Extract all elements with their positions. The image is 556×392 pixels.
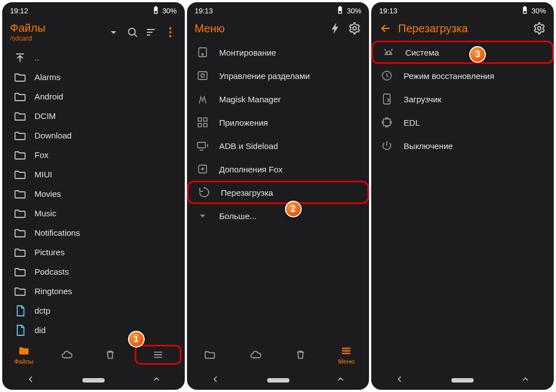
list-item[interactable]: .. bbox=[2, 48, 185, 67]
svg-point-0 bbox=[129, 28, 135, 35]
list-item[interactable]: Notifications bbox=[2, 223, 185, 242]
back-icon[interactable] bbox=[395, 374, 405, 386]
file-icon bbox=[13, 304, 27, 317]
reboot-item[interactable]: EDL bbox=[371, 111, 554, 134]
reboot-item[interactable]: Система bbox=[371, 41, 554, 64]
item-label: .. bbox=[35, 53, 39, 62]
list-item[interactable]: Android bbox=[2, 87, 185, 106]
battery-icon bbox=[151, 6, 160, 16]
svg-point-8 bbox=[201, 74, 204, 77]
item-label: Movies bbox=[35, 189, 61, 199]
nav-files[interactable] bbox=[187, 349, 233, 361]
menu-item[interactable]: Больше... bbox=[187, 204, 370, 227]
recents-icon[interactable] bbox=[151, 374, 161, 386]
battery-icon bbox=[520, 6, 529, 16]
list-item[interactable]: Music bbox=[2, 204, 185, 223]
more-icon[interactable] bbox=[164, 26, 177, 39]
home-icon[interactable] bbox=[267, 378, 289, 383]
back-arrow-icon[interactable] bbox=[379, 22, 392, 35]
nav-menu[interactable] bbox=[135, 345, 181, 365]
status-bar: 19:12 30% bbox=[2, 2, 185, 17]
boot-icon bbox=[380, 92, 393, 106]
reboot-icon bbox=[198, 186, 211, 199]
folder-icon bbox=[13, 148, 27, 162]
item-label: Download bbox=[35, 131, 72, 140]
back-icon[interactable] bbox=[210, 374, 220, 386]
gear-icon[interactable] bbox=[348, 22, 361, 35]
flash-icon[interactable] bbox=[329, 22, 342, 35]
battery-pct: 30% bbox=[347, 7, 361, 15]
item-label: EDL bbox=[404, 118, 420, 127]
menu-list: МонтированиеУправление разделамиMagisk M… bbox=[187, 41, 370, 339]
bottom-nav: Меню bbox=[187, 339, 370, 371]
nav-files[interactable]: Файлы bbox=[2, 345, 45, 365]
nav-cloud[interactable] bbox=[45, 349, 88, 361]
reboot-item[interactable]: Режим восстановления bbox=[371, 64, 554, 87]
list-item[interactable]: Alarms bbox=[2, 67, 185, 87]
svg-rect-19 bbox=[383, 94, 390, 104]
svg-point-4 bbox=[353, 27, 356, 30]
list-item[interactable]: Fox bbox=[2, 145, 185, 165]
file-icon bbox=[13, 324, 27, 337]
nav-menu[interactable]: Меню bbox=[323, 345, 369, 365]
folder-icon bbox=[18, 345, 30, 357]
list-item[interactable]: Download bbox=[2, 126, 185, 145]
sort-icon[interactable] bbox=[145, 26, 158, 39]
list-item[interactable]: MIUI bbox=[2, 165, 185, 184]
svg-point-1 bbox=[169, 27, 171, 29]
reboot-item[interactable]: Выключение bbox=[371, 134, 554, 157]
recents-icon[interactable] bbox=[520, 374, 530, 386]
recovery-icon bbox=[380, 69, 393, 82]
folder-icon bbox=[13, 226, 27, 240]
menu-item[interactable]: Приложения bbox=[187, 111, 370, 134]
item-label: Fox bbox=[35, 150, 48, 160]
nav-trash[interactable] bbox=[88, 349, 131, 361]
list-item[interactable]: DCIM bbox=[2, 106, 185, 126]
status-time: 19:12 bbox=[10, 7, 28, 15]
home-icon[interactable] bbox=[82, 378, 105, 383]
nav-cloud[interactable] bbox=[233, 349, 278, 361]
menu-item[interactable]: Magisk Manager bbox=[187, 87, 370, 111]
folder-icon bbox=[204, 349, 216, 361]
list-item[interactable]: Pictures bbox=[2, 242, 185, 262]
menu-item[interactable]: Дополнения Fox bbox=[187, 157, 370, 181]
system-nav bbox=[2, 371, 185, 390]
chevron-down-icon[interactable] bbox=[107, 26, 120, 39]
phone-panel-2: 19:13 30% Меню МонтированиеУправление ра… bbox=[187, 2, 370, 390]
header: Файлы /sdcard bbox=[2, 17, 185, 48]
item-label: Ringtones bbox=[35, 286, 72, 296]
gear-icon[interactable] bbox=[533, 22, 546, 35]
list-item[interactable]: did bbox=[2, 320, 185, 339]
step-badge-1: 1 bbox=[128, 331, 145, 348]
item-label: MIUI bbox=[35, 170, 52, 179]
status-time: 19:13 bbox=[379, 7, 397, 15]
svg-point-3 bbox=[169, 35, 171, 37]
item-label: Android bbox=[35, 92, 63, 101]
folder-icon bbox=[13, 285, 27, 298]
home-icon[interactable] bbox=[451, 378, 474, 383]
menu-icon bbox=[152, 349, 164, 361]
folder-icon bbox=[13, 90, 27, 103]
folder-icon bbox=[13, 71, 27, 84]
nav-trash[interactable] bbox=[278, 349, 324, 361]
menu-item[interactable]: Монтирование bbox=[187, 41, 370, 64]
phone-panel-1: 19:12 30% Файлы /sdcard ..AlarmsAndroidD… bbox=[2, 2, 185, 390]
list-item[interactable]: Podcasts bbox=[2, 262, 185, 281]
menu-item[interactable]: ADB и Sideload bbox=[187, 134, 370, 157]
mount-icon bbox=[196, 46, 209, 59]
list-item[interactable]: dctp bbox=[2, 301, 185, 320]
menu-item[interactable]: Управление разделами bbox=[187, 64, 370, 87]
recents-icon[interactable] bbox=[336, 374, 346, 386]
item-label: Pictures bbox=[35, 247, 65, 257]
back-icon[interactable] bbox=[26, 374, 36, 386]
search-icon[interactable] bbox=[126, 26, 139, 39]
list-item[interactable]: Ringtones bbox=[2, 281, 185, 301]
svg-point-17 bbox=[390, 52, 391, 53]
menu-item[interactable]: Перезагрузка bbox=[187, 181, 370, 204]
item-label: dctp bbox=[35, 306, 50, 315]
item-label: Перезагрузка bbox=[221, 188, 273, 197]
power-icon bbox=[380, 139, 393, 152]
reboot-item[interactable]: Загрузчик bbox=[371, 87, 554, 111]
title-block: Файлы /sdcard bbox=[10, 22, 101, 42]
list-item[interactable]: Movies bbox=[2, 184, 185, 204]
